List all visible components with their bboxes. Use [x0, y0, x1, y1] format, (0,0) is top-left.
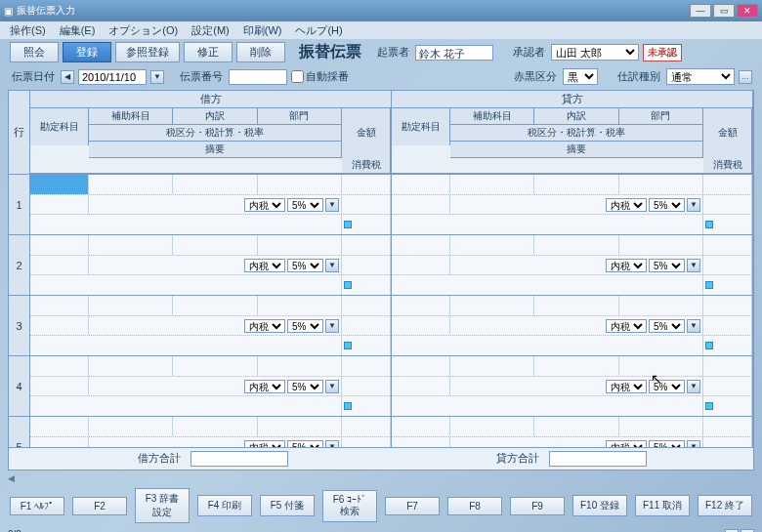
tax-type-select[interactable]: 内税: [606, 319, 647, 333]
tax-type-select[interactable]: 内税: [244, 380, 285, 393]
account-cell[interactable]: [30, 417, 89, 436]
breakdown-cell[interactable]: [173, 417, 257, 436]
note-icon[interactable]: [705, 281, 713, 289]
breakdown-cell[interactable]: [173, 235, 257, 255]
f8-button[interactable]: F8: [447, 497, 502, 515]
tax-cell[interactable]: 内税 5% ▼: [450, 195, 703, 215]
close-button[interactable]: ✕: [737, 4, 758, 18]
descr-amt-cell[interactable]: [342, 336, 391, 355]
correct-button[interactable]: 修正: [184, 42, 233, 62]
tax-cell[interactable]: 内税 5% ▼: [89, 437, 342, 447]
account-cell-2[interactable]: [30, 195, 89, 215]
f7-button[interactable]: F7: [385, 497, 440, 515]
account-cell[interactable]: [30, 175, 89, 194]
minimize-button[interactable]: —: [690, 4, 711, 18]
dept-cell[interactable]: [619, 356, 703, 376]
tax-cell[interactable]: 内税 5% ▼: [450, 377, 703, 396]
tax-rate-select[interactable]: 5%: [649, 319, 685, 333]
breakdown-cell[interactable]: [534, 175, 618, 194]
query-button[interactable]: 照会: [10, 42, 59, 62]
note-icon[interactable]: [344, 342, 352, 349]
menu-option[interactable]: オプション(O): [103, 21, 184, 40]
date-field[interactable]: [78, 69, 147, 85]
delete-button[interactable]: 削除: [236, 42, 285, 62]
dept-cell[interactable]: [258, 417, 342, 436]
tax-cell[interactable]: 内税 5% ▼: [89, 195, 342, 215]
breakdown-cell[interactable]: [173, 356, 257, 376]
sub-account-cell[interactable]: [450, 296, 534, 315]
account-cell-2[interactable]: [392, 377, 450, 396]
tax-cell[interactable]: 内税 5% ▼: [450, 256, 703, 275]
note-icon[interactable]: [705, 221, 713, 228]
date-prev-icon[interactable]: ◀: [61, 70, 74, 84]
dept-cell[interactable]: [258, 235, 342, 255]
descr-cell[interactable]: [392, 275, 703, 295]
tax-cell[interactable]: 内税 5% ▼: [450, 437, 703, 447]
ctax-cell[interactable]: [703, 316, 752, 336]
descr-amt-cell[interactable]: [703, 215, 752, 234]
register-button[interactable]: 登録: [63, 42, 111, 62]
ctax-cell[interactable]: [703, 437, 752, 447]
scroll-left-icon[interactable]: ◀: [8, 473, 15, 483]
sub-account-cell[interactable]: [89, 356, 173, 376]
dept-cell[interactable]: [619, 417, 703, 436]
tax-dropdown-icon[interactable]: ▼: [325, 319, 339, 333]
dept-cell[interactable]: [619, 296, 703, 315]
sub-account-cell[interactable]: [450, 235, 534, 255]
sub-account-cell[interactable]: [450, 175, 534, 194]
account-cell[interactable]: [392, 175, 450, 194]
dept-cell[interactable]: [258, 356, 342, 376]
descr-amt-cell[interactable]: [703, 275, 752, 295]
approver-select[interactable]: 山田 太郎: [551, 44, 639, 61]
tax-dropdown-icon[interactable]: ▼: [325, 380, 339, 393]
account-cell[interactable]: [392, 235, 450, 255]
slip-no-field[interactable]: [229, 69, 287, 85]
auto-number-check[interactable]: 自動採番: [291, 69, 349, 84]
f3-button[interactable]: F3 辞書設定: [135, 488, 190, 523]
tax-rate-select[interactable]: 5%: [649, 198, 685, 212]
account-cell-2[interactable]: [30, 256, 89, 275]
tax-type-select[interactable]: 内税: [244, 440, 285, 448]
tax-dropdown-icon[interactable]: ▼: [325, 440, 339, 448]
tax-dropdown-icon[interactable]: ▼: [687, 319, 700, 333]
f5-button[interactable]: F5 付箋: [260, 495, 315, 516]
tax-cell[interactable]: 内税 5% ▼: [89, 377, 342, 396]
descr-amt-cell[interactable]: [703, 396, 752, 416]
sub-account-cell[interactable]: [450, 417, 534, 436]
tax-dropdown-icon[interactable]: ▼: [687, 440, 700, 448]
amount-cell[interactable]: [342, 235, 391, 255]
descr-amt-cell[interactable]: [703, 336, 752, 355]
descr-amt-cell[interactable]: [342, 215, 391, 234]
tax-rate-select[interactable]: 5%: [649, 259, 685, 272]
jtype-select[interactable]: 通常: [666, 68, 735, 85]
tax-dropdown-icon[interactable]: ▼: [687, 380, 700, 393]
account-cell-2[interactable]: [392, 316, 450, 336]
tax-type-select[interactable]: 内税: [606, 259, 647, 272]
account-cell-2[interactable]: [30, 437, 89, 447]
sub-account-cell[interactable]: [89, 417, 173, 436]
breakdown-cell[interactable]: [534, 356, 618, 376]
account-cell[interactable]: [30, 235, 89, 255]
jtype-more-icon[interactable]: …: [739, 70, 752, 84]
ctax-cell[interactable]: [703, 256, 752, 275]
note-icon[interactable]: [705, 402, 713, 410]
tax-rate-select[interactable]: 5%: [287, 198, 323, 212]
ctax-cell[interactable]: [703, 377, 752, 396]
account-cell[interactable]: [392, 356, 450, 376]
amount-cell[interactable]: [342, 356, 391, 376]
ctax-cell[interactable]: [342, 195, 391, 215]
maximize-button[interactable]: ▭: [713, 4, 735, 18]
amount-cell[interactable]: [342, 417, 391, 436]
amount-cell[interactable]: [703, 175, 752, 194]
amount-cell[interactable]: [703, 417, 752, 436]
tax-type-select[interactable]: 内税: [244, 319, 285, 333]
note-icon[interactable]: [344, 402, 352, 410]
amount-cell[interactable]: [342, 175, 391, 194]
account-cell[interactable]: [30, 356, 89, 376]
account-cell-2[interactable]: [392, 437, 450, 447]
f9-button[interactable]: F9: [510, 497, 565, 515]
dept-cell[interactable]: [258, 296, 342, 315]
tax-rate-select[interactable]: 5%: [287, 259, 323, 272]
f1-button[interactable]: F1 ﾍﾙﾌﾟ: [10, 497, 64, 515]
account-cell-2[interactable]: [30, 377, 89, 396]
